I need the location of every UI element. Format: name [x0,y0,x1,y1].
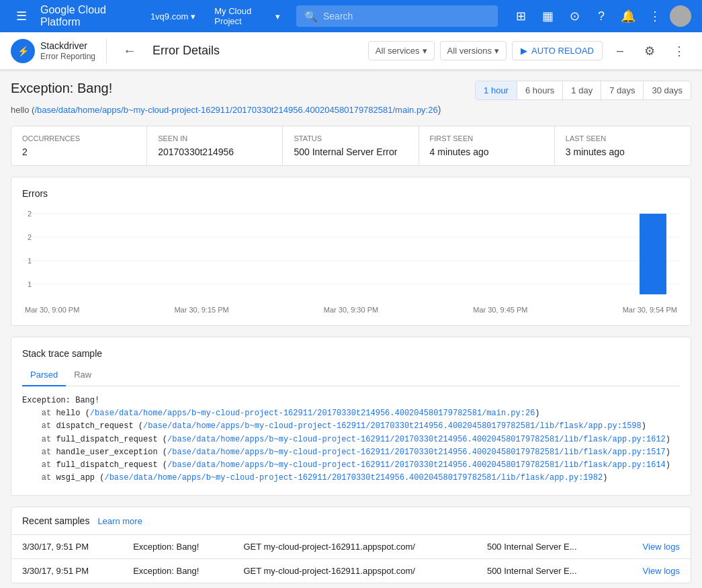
stack-frame: at full_dispatch_request (/base/data/hom… [22,433,680,446]
tab-parsed[interactable]: Parsed [22,364,66,386]
frame-link[interactable]: /base/data/home/apps/b~my-cloud-project-… [167,460,666,470]
svg-text:2: 2 [28,233,32,241]
frame-method: wsgi_app [56,473,95,482]
stat-label: Last seen [566,134,680,142]
time-range-btn-30-days[interactable]: 30 days [644,81,691,99]
back-button[interactable]: ← [118,39,142,63]
brand-name: Google Cloud Platform [40,4,137,28]
sample-timestamp: 3/30/17, 9:51 PM [11,535,122,559]
frame-link[interactable]: /base/data/home/apps/b~my-cloud-project-… [167,448,666,457]
apps-icon[interactable]: ⊞ [509,4,533,28]
sub-header: ⚡ Stackdriver Error Reporting ← Error De… [0,32,702,70]
frame-link[interactable]: /base/data/home/apps/b~my-cloud-project-… [167,435,666,444]
sample-url: GET my-cloud-project-162911.appspot.com/ [232,559,476,583]
versions-filter-label: All versions [447,46,492,56]
stack-trace-content: Exception: Bang! at hello (/base/data/ho… [22,394,680,485]
frame-link[interactable]: /base/data/home/apps/b~my-cloud-project-… [143,421,642,431]
frame-link[interactable]: /base/data/home/apps/b~my-cloud-project-… [104,473,603,482]
time-range-selector: 1 hour6 hours1 day7 days30 days [475,81,691,100]
sample-status: 500 Internal Server E... [476,535,617,559]
more-options-icon[interactable]: ⋮ [643,4,667,28]
play-icon: ▶ [521,46,527,56]
tab-raw[interactable]: Raw [66,364,99,386]
nav-icons: ⊞ ▦ ⊙ ? 🔔 ⋮ [509,4,691,28]
versions-dropdown-arrow: ▾ [494,46,499,56]
svg-text:1: 1 [28,257,32,265]
stat-value: 500 Internal Server Error [294,146,407,157]
stat-label: Status [294,134,407,142]
stat-value: 2 [22,146,136,157]
errors-chart-card: Errors 2 2 1 1 Mar 30, 9:00 PMMar 30, 9:… [11,177,691,326]
time-range-btn-6-hours[interactable]: 6 hours [517,81,563,99]
search-bar[interactable]: 🔍 [296,5,498,27]
org-dropdown-arrow: ▾ [191,11,195,22]
more-vert-icon[interactable]: ⋮ [667,39,691,63]
sample-url: GET my-cloud-project-162911.appspot.com/ [232,535,476,559]
chart-x-label: Mar 30, 9:54 PM [623,306,677,314]
stack-frame: at handle_user_exception (/base/data/hom… [22,446,680,459]
project-dropdown-arrow: ▾ [275,11,280,22]
stack-frame: at hello (/base/data/home/apps/b~my-clou… [22,407,680,420]
services-filter-label: All services [376,46,420,56]
frame-at-prefix: at [22,435,56,444]
stat-value: 20170330t214956 [158,146,271,157]
support-icon[interactable]: ⊙ [562,4,586,28]
services-dropdown-arrow: ▾ [423,46,427,56]
org-selector[interactable]: 1vq9.com ▾ [145,9,201,24]
frame-at-prefix: at [22,473,56,482]
error-file-path: hello (/base/data/home/apps/b~my-cloud-p… [11,104,691,115]
exception-line: Exception: Bang! [22,394,680,407]
time-range-btn-1-day[interactable]: 1 day [563,81,601,99]
error-file-link[interactable]: /base/data/home/apps/b~my-cloud-project-… [34,105,437,115]
service-name-text: Stackdriver Error Reporting [40,40,95,62]
frame-link[interactable]: /base/data/home/apps/b~my-cloud-project-… [90,409,535,418]
project-selector[interactable]: My Cloud Project ▾ [209,3,286,29]
brand-area: ☰ Google Cloud Platform 1vq9.com ▾ My Cl… [11,3,286,29]
error-header: Exception: Bang! 1 hour6 hours1 day7 day… [11,81,691,115]
samples-table: 3/30/17, 9:51 PM Exception: Bang! GET my… [11,535,691,583]
hamburger-menu-icon[interactable]: ☰ [11,4,32,28]
stat-value: 4 minutes ago [430,146,543,157]
frame-method: handle_user_exception [56,448,157,457]
avatar[interactable] [670,5,691,27]
recent-samples-title: Recent samples [22,515,89,526]
svg-text:2: 2 [28,210,32,218]
view-logs-link[interactable]: View logs [617,535,691,559]
stack-trace-tabs: ParsedRaw [22,364,680,386]
stat-label: Seen in [158,134,271,142]
chart-x-label: Mar 30, 9:30 PM [324,306,378,314]
search-input[interactable] [323,11,490,22]
frame-method: dispatch_request [56,421,133,431]
errors-chart-svg: 2 2 1 1 [22,207,680,301]
stat-label: Occurrences [22,134,136,142]
services-filter[interactable]: All services ▾ [368,41,435,60]
auto-reload-button[interactable]: ▶ AUTO RELOAD [512,41,603,60]
settings-icon[interactable]: ⚙ [638,39,662,63]
error-title: Exception: Bang! [11,81,112,96]
error-title-row: Exception: Bang! 1 hour6 hours1 day7 day… [11,81,691,100]
sample-status: 500 Internal Server E... [476,559,617,583]
stat-value: 3 minutes ago [566,146,680,157]
recent-samples-header: Recent samples Learn more [11,507,691,535]
products-icon[interactable]: ▦ [535,4,560,28]
help-icon[interactable]: ? [589,4,613,28]
stat-cell-seen-in: Seen in20170330t214956 [147,126,283,165]
minus-icon[interactable]: – [608,39,632,63]
notifications-icon[interactable]: 🔔 [616,4,640,28]
svg-rect-8 [640,214,666,294]
filter-group: All services ▾ All versions ▾ ▶ AUTO REL… [368,39,691,63]
learn-more-link[interactable]: Learn more [97,516,142,526]
table-row: 3/30/17, 9:51 PM Exception: Bang! GET my… [11,535,691,559]
page-title: Error Details [152,44,357,58]
time-range-btn-1-hour[interactable]: 1 hour [476,81,517,99]
versions-filter[interactable]: All versions ▾ [440,41,507,60]
frame-at-prefix: at [22,409,56,418]
view-logs-link[interactable]: View logs [617,559,691,583]
time-range-btn-7-days[interactable]: 7 days [601,81,644,99]
stats-grid: Occurrences2Seen in20170330t214956Status… [11,126,691,166]
frame-at-prefix: at [22,448,56,457]
recent-samples-section: Recent samples Learn more 3/30/17, 9:51 … [11,507,691,583]
auto-reload-label: AUTO RELOAD [531,46,594,56]
frame-method: hello [56,409,80,418]
stat-label: First seen [430,134,543,142]
